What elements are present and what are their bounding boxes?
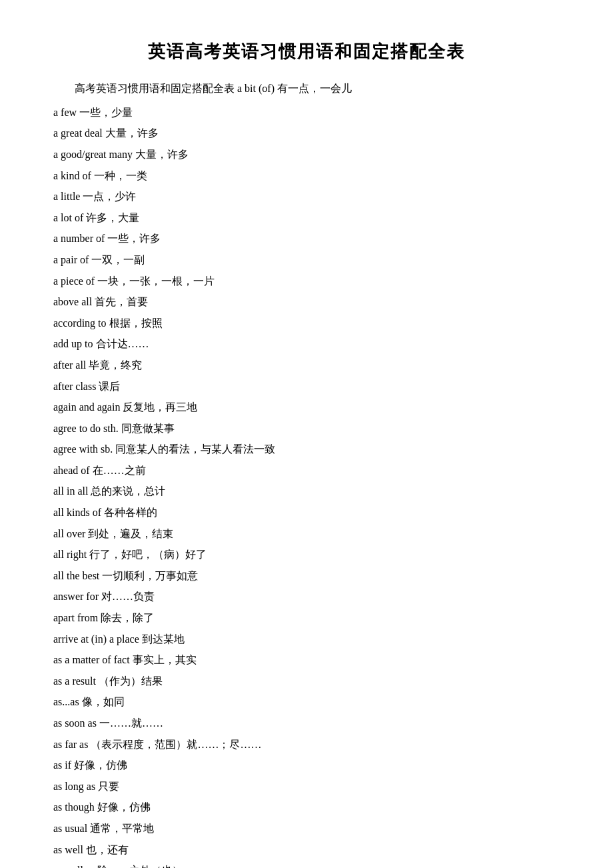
list-item: a few 一些，少量 xyxy=(53,103,560,123)
list-item: after all 毕竟，终究 xyxy=(53,355,560,375)
list-item: apart from 除去，除了 xyxy=(53,608,560,628)
list-item: according to 根据，按照 xyxy=(53,313,560,333)
list-item: as a matter of fact 事实上，其实 xyxy=(53,650,560,670)
list-item: again and again 反复地，再三地 xyxy=(53,397,560,417)
list-item: a lot of 许多，大量 xyxy=(53,208,560,228)
list-item: as well as 除……之外（也） xyxy=(53,861,560,868)
intro-line: 高考英语习惯用语和固定搭配全表 a bit (of) 有一点，一会儿 xyxy=(53,79,560,99)
list-item: all the best 一切顺利，万事如意 xyxy=(53,566,560,586)
list-item: agree to do sth. 同意做某事 xyxy=(53,419,560,439)
list-item: all kinds of 各种各样的 xyxy=(53,503,560,523)
list-item: as though 好像，仿佛 xyxy=(53,797,560,817)
list-item: as soon as 一……就…… xyxy=(53,713,560,733)
list-item: a piece of 一块，一张，一根，一片 xyxy=(53,271,560,291)
list-item: a pair of 一双，一副 xyxy=(53,250,560,270)
list-item: add up to 合计达…… xyxy=(53,334,560,354)
list-item: a good/great many 大量，许多 xyxy=(53,145,560,165)
page-title: 英语高考英语习惯用语和固定搭配全表 xyxy=(53,40,560,63)
list-item: arrive at (in) a place 到达某地 xyxy=(53,629,560,649)
list-item: all over 到处，遍及，结束 xyxy=(53,524,560,544)
list-item: a little 一点，少许 xyxy=(53,187,560,207)
entries-list: a few 一些，少量a great deal 大量，许多a good/grea… xyxy=(53,103,560,868)
list-item: ahead of 在……之前 xyxy=(53,461,560,481)
list-item: a number of 一些，许多 xyxy=(53,229,560,249)
list-item: all right 行了，好吧，（病）好了 xyxy=(53,545,560,565)
list-item: as long as 只要 xyxy=(53,777,560,797)
list-item: agree with sb. 同意某人的看法，与某人看法一致 xyxy=(53,439,560,459)
list-item: a kind of 一种，一类 xyxy=(53,166,560,186)
list-item: as usual 通常，平常地 xyxy=(53,819,560,839)
list-item: a great deal 大量，许多 xyxy=(53,123,560,143)
list-item: as a result （作为）结果 xyxy=(53,671,560,691)
list-item: above all 首先，首要 xyxy=(53,292,560,312)
list-item: all in all 总的来说，总计 xyxy=(53,481,560,501)
list-item: after class 课后 xyxy=(53,377,560,397)
list-item: as well 也，还有 xyxy=(53,840,560,860)
list-item: answer for 对……负责 xyxy=(53,587,560,607)
list-item: as if 好像，仿佛 xyxy=(53,755,560,775)
list-item: as far as （表示程度，范围）就……；尽…… xyxy=(53,735,560,755)
list-item: as...as 像，如同 xyxy=(53,692,560,712)
